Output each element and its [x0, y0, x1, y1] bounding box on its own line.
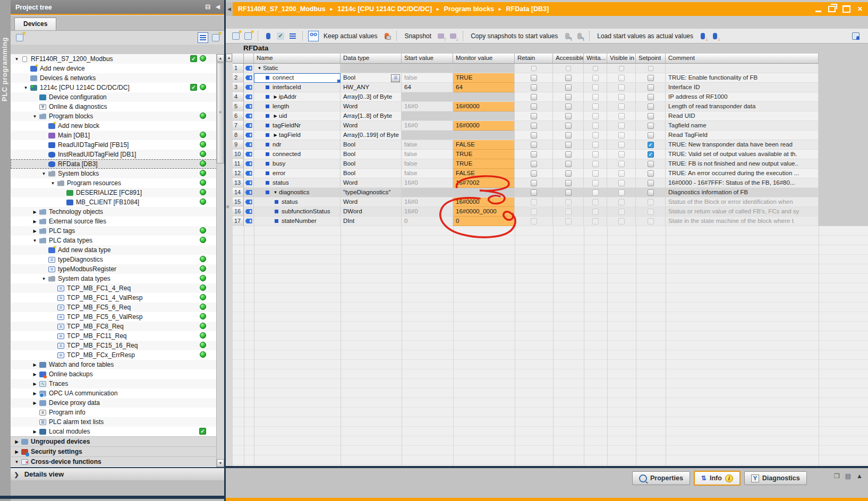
- name-cell[interactable]: status: [254, 178, 341, 188]
- start-value-cell[interactable]: false: [402, 159, 453, 169]
- name-cell[interactable]: error: [254, 169, 341, 178]
- copy-snapshot-setpoints-icon[interactable]: [575, 31, 584, 41]
- writable-checkbox[interactable]: [592, 94, 599, 100]
- tree-item-tcp-mb-fc1-4-valresp[interactable]: TCP_MB_FC1_4_ValResp: [11, 293, 217, 303]
- visible-checkbox[interactable]: [618, 142, 625, 148]
- data-type-cell[interactable]: Bool: [341, 169, 402, 178]
- start-value-cell[interactable]: [402, 64, 453, 73]
- setpoint-checkbox[interactable]: [648, 132, 654, 139]
- details-view-expand-icon[interactable]: ❯: [11, 468, 22, 481]
- breadcrumb-segment[interactable]: Program blocks: [444, 5, 494, 13]
- restore-icon[interactable]: [828, 6, 836, 12]
- visible-checkbox[interactable]: [618, 113, 625, 119]
- tree-item-rf1140r-s7-1200-modbus[interactable]: ▼RF1140R_S7_1200_Modbus✓: [11, 54, 217, 64]
- scroll-up-icon[interactable]: ▲: [217, 54, 224, 62]
- visible-checkbox[interactable]: [618, 189, 625, 196]
- tree-item-rfdata-db3[interactable]: RFData [DB3]: [11, 159, 217, 169]
- writable-checkbox[interactable]: [592, 161, 599, 167]
- column-header-accessible-f[interactable]: Accessible f...: [553, 54, 584, 64]
- start-value-cell[interactable]: false: [402, 140, 453, 150]
- scroll-down-icon[interactable]: ▼: [217, 459, 224, 467]
- tree-item-local-modules[interactable]: ▶Local modules✓: [11, 427, 217, 436]
- minimize-icon[interactable]: [815, 11, 821, 12]
- visible-checkbox[interactable]: [618, 218, 625, 224]
- keep-actual-values-icon[interactable]: [382, 31, 392, 41]
- tree-item-program-info[interactable]: Program info: [11, 408, 217, 417]
- device-overview-icon[interactable]: [15, 33, 24, 42]
- retain-checkbox[interactable]: [531, 75, 537, 81]
- start-value-cell[interactable]: [402, 92, 453, 102]
- tree-item-typemodbusregister[interactable]: typeModbusRegister: [11, 264, 217, 274]
- tree-expander-icon[interactable]: ▶: [14, 450, 20, 454]
- comment-cell[interactable]: Interface ID: [666, 83, 819, 92]
- tree-item-add-new-data-type[interactable]: Add new data type: [11, 245, 217, 255]
- start-value-cell[interactable]: 0: [402, 217, 453, 226]
- setpoint-checkbox[interactable]: ✓: [648, 151, 654, 158]
- tree-item-device-proxy-data[interactable]: ▶Device proxy data: [11, 398, 217, 408]
- accessible-checkbox[interactable]: [565, 189, 572, 196]
- editor-settings-icon[interactable]: [851, 31, 861, 41]
- tree-expander-icon[interactable]: ▶: [32, 372, 38, 377]
- splitter-collapse-icon[interactable]: ◀: [226, 2, 233, 16]
- column-header-visible-in[interactable]: Visible in ...: [607, 54, 636, 64]
- breadcrumb-segment[interactable]: RFData [DB3]: [506, 5, 549, 13]
- auto-collapse-icon[interactable]: ⊟: [205, 0, 210, 14]
- row-number[interactable]: 14: [233, 188, 244, 197]
- tree-expander-icon[interactable]: ▼: [32, 114, 38, 119]
- name-cell[interactable]: tagFieldNr: [254, 121, 341, 131]
- visible-checkbox[interactable]: [618, 209, 625, 215]
- load-start-values-all-icon[interactable]: [710, 31, 720, 41]
- tree-item-tcp-mb-fc5-6-req[interactable]: TCP_MB_FC5_6_Req: [11, 303, 217, 312]
- writable-checkbox[interactable]: [592, 209, 599, 215]
- pane-menu-icon[interactable]: ▤: [845, 472, 851, 480]
- column-header-data-type[interactable]: Data type: [341, 54, 402, 64]
- column-header-monitor-value[interactable]: Monitor value: [453, 54, 515, 64]
- tree-item-tcp-mb-fc8-req[interactable]: TCP_MB_FC8_Req: [11, 322, 217, 331]
- accessible-checkbox[interactable]: [565, 142, 572, 148]
- tree-item-opc-ua-communication[interactable]: ▶OPC UA communication: [11, 388, 217, 398]
- load-start-values-label[interactable]: Load start values as actual values: [597, 32, 693, 40]
- accessible-checkbox[interactable]: [565, 94, 572, 100]
- setpoint-checkbox[interactable]: [648, 66, 653, 71]
- retain-checkbox[interactable]: [531, 103, 537, 110]
- tree-item-tcp-mb-fcx-errresp[interactable]: TCP_MB_FCx_ErrResp: [11, 350, 217, 360]
- name-cell[interactable]: subfunctionStatus: [254, 207, 341, 217]
- comment-cell[interactable]: State in the state machine of the block …: [666, 217, 819, 226]
- tree-item-tcp-mb-fc11-req[interactable]: TCP_MB_FC11_Req: [11, 331, 217, 341]
- editor-left-scroll-strip[interactable]: ▲ ≡: [226, 54, 233, 466]
- data-type-cell[interactable]: DInt: [341, 217, 402, 226]
- row-expander-icon[interactable]: ▶: [273, 92, 278, 101]
- row-number[interactable]: 10: [233, 150, 244, 159]
- accessible-checkbox[interactable]: [565, 218, 572, 224]
- tree-item-traces[interactable]: ▶Traces: [11, 379, 217, 388]
- data-type-cell[interactable]: Bool: [341, 150, 402, 159]
- column-header-name[interactable]: Name: [254, 54, 341, 64]
- name-cell[interactable]: ▼diagnostics: [254, 188, 341, 197]
- start-value-cell[interactable]: 16#0: [402, 178, 453, 188]
- column-header-setpoint[interactable]: Setpoint: [636, 54, 666, 64]
- type-dropdown-icon[interactable]: ☰: [391, 74, 400, 82]
- breadcrumb-segment[interactable]: RF1140R_S7_1200_Modbus: [238, 5, 326, 13]
- snapshot-icon[interactable]: [436, 31, 446, 41]
- tree-item-online-backups[interactable]: ▶Online backups: [11, 369, 217, 379]
- retain-checkbox[interactable]: [531, 94, 537, 100]
- accessible-checkbox[interactable]: [565, 170, 572, 177]
- setpoint-checkbox[interactable]: [648, 170, 654, 177]
- keep-actual-values-label[interactable]: Keep actual values: [324, 32, 377, 40]
- comment-cell[interactable]: TRUE: Enable functionality of FB: [666, 73, 819, 83]
- retain-checkbox[interactable]: [531, 132, 537, 139]
- accessible-checkbox[interactable]: [565, 75, 572, 81]
- visible-checkbox[interactable]: [618, 151, 625, 158]
- tree-expander-icon[interactable]: ▶: [32, 401, 38, 405]
- writable-checkbox[interactable]: [593, 66, 598, 71]
- visible-checkbox[interactable]: [618, 75, 625, 81]
- row-number[interactable]: 2: [233, 73, 244, 83]
- data-type-cell[interactable]: Bool: [341, 159, 402, 169]
- collapse-panel-icon[interactable]: ◀: [216, 0, 220, 14]
- row-number[interactable]: 6: [233, 111, 244, 121]
- diagnostics-tab[interactable]: Y Diagnostics: [744, 471, 807, 485]
- data-type-cell[interactable]: Word: [341, 121, 402, 131]
- details-view-bar[interactable]: ❯ Details view: [11, 467, 224, 481]
- float-pane-icon[interactable]: ❐: [834, 472, 840, 480]
- configure-columns-icon[interactable]: [211, 33, 220, 42]
